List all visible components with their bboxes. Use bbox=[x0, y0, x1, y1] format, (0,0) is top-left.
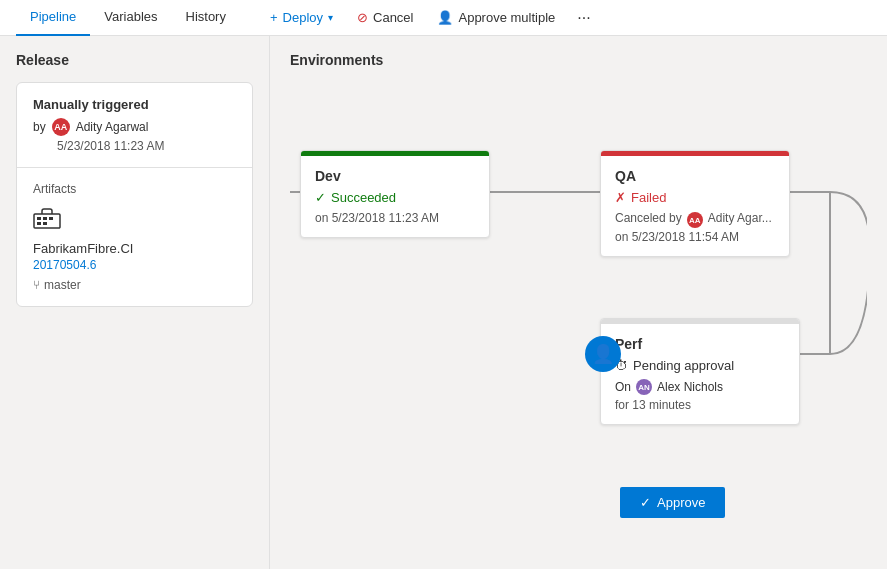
perf-wait-time: for 13 minutes bbox=[615, 398, 785, 412]
release-panel: Release Manually triggered by AA Adity A… bbox=[0, 36, 270, 569]
trigger-by: by AA Adity Agarwal bbox=[33, 118, 236, 136]
perf-name: Perf bbox=[615, 336, 785, 352]
person-icon: 👤 bbox=[592, 343, 614, 365]
failed-x-icon: ✗ bbox=[615, 190, 626, 205]
approval-user-avatar: AN bbox=[636, 379, 652, 395]
by-text: by bbox=[33, 120, 46, 134]
trigger-user-avatar: AA bbox=[52, 118, 70, 136]
qa-canceled-date: on 5/23/2018 11:54 AM bbox=[615, 230, 775, 244]
cancel-icon: ⊘ bbox=[357, 10, 368, 25]
environments-panel: Environments bbox=[270, 36, 887, 569]
artifacts-label: Artifacts bbox=[33, 182, 236, 196]
approve-multiple-icon: 👤 bbox=[437, 10, 453, 25]
dev-name: Dev bbox=[315, 168, 475, 184]
env-card-perf: Perf ⏱ Pending approval On AN Alex Nicho… bbox=[600, 318, 800, 425]
approve-multiple-button[interactable]: 👤 Approve multiple bbox=[427, 6, 565, 29]
dev-status: ✓ Succeeded bbox=[315, 190, 475, 205]
on-prefix: On bbox=[615, 380, 631, 394]
environments-title: Environments bbox=[290, 52, 867, 68]
artifact-name: FabrikamFibre.CI bbox=[33, 241, 236, 256]
pipeline-canvas: Dev ✓ Succeeded on 5/23/2018 11:23 AM QA… bbox=[290, 88, 867, 548]
cancel-button[interactable]: ⊘ Cancel bbox=[347, 6, 423, 29]
svg-rect-5 bbox=[43, 222, 47, 225]
release-panel-title: Release bbox=[16, 52, 253, 68]
svg-rect-1 bbox=[37, 217, 41, 220]
dev-date: on 5/23/2018 11:23 AM bbox=[315, 211, 475, 225]
artifact-version[interactable]: 20170504.6 bbox=[33, 258, 236, 272]
qa-status: ✗ Failed bbox=[615, 190, 775, 205]
canceled-user-name: Adity Agar... bbox=[708, 211, 772, 225]
artifact-item: FabrikamFibre.CI 20170504.6 ⑂ master bbox=[33, 206, 236, 292]
approval-person-icon: 👤 bbox=[585, 336, 621, 372]
branch-icon: ⑂ bbox=[33, 278, 40, 292]
qa-name: QA bbox=[615, 168, 775, 184]
perf-status-label: Pending approval bbox=[633, 358, 734, 373]
approve-button[interactable]: ✓ Approve bbox=[620, 487, 725, 518]
tab-history[interactable]: History bbox=[172, 0, 240, 36]
deploy-button[interactable]: + Deploy ▾ bbox=[260, 6, 343, 29]
perf-card-body: Perf ⏱ Pending approval On AN Alex Nicho… bbox=[601, 324, 799, 424]
artifacts-section: Artifacts FabrikamFibre.CI bbox=[17, 168, 252, 306]
approve-check-icon: ✓ bbox=[640, 495, 651, 510]
nav-actions: + Deploy ▾ ⊘ Cancel 👤 Approve multiple ·… bbox=[260, 5, 599, 31]
approval-user-name: Alex Nichols bbox=[657, 380, 723, 394]
artifact-branch: ⑂ master bbox=[33, 278, 236, 292]
svg-rect-2 bbox=[43, 217, 47, 220]
perf-status: ⏱ Pending approval bbox=[615, 358, 785, 373]
artifact-icon bbox=[33, 206, 236, 235]
trigger-date: 5/23/2018 11:23 AM bbox=[57, 139, 236, 153]
success-check-icon: ✓ bbox=[315, 190, 326, 205]
chevron-down-icon: ▾ bbox=[328, 12, 333, 23]
tab-variables[interactable]: Variables bbox=[90, 0, 171, 36]
dev-card-body: Dev ✓ Succeeded on 5/23/2018 11:23 AM bbox=[301, 156, 489, 237]
qa-card-body: QA ✗ Failed Canceled by AA Adity Agar...… bbox=[601, 156, 789, 256]
release-card: Manually triggered by AA Adity Agarwal 5… bbox=[16, 82, 253, 307]
trigger-label: Manually triggered bbox=[33, 97, 236, 112]
tab-pipeline[interactable]: Pipeline bbox=[16, 0, 90, 36]
more-options-button[interactable]: ··· bbox=[569, 5, 598, 31]
env-card-dev: Dev ✓ Succeeded on 5/23/2018 11:23 AM bbox=[300, 150, 490, 238]
plus-icon: + bbox=[270, 10, 278, 25]
main-content: Release Manually triggered by AA Adity A… bbox=[0, 36, 887, 569]
dev-status-label: Succeeded bbox=[331, 190, 396, 205]
trigger-section: Manually triggered by AA Adity Agarwal 5… bbox=[17, 83, 252, 168]
svg-rect-4 bbox=[37, 222, 41, 225]
qa-status-label: Failed bbox=[631, 190, 666, 205]
top-nav: Pipeline Variables History + Deploy ▾ ⊘ … bbox=[0, 0, 887, 36]
canceled-user-avatar: AA bbox=[687, 212, 703, 228]
canceled-text: Canceled by bbox=[615, 211, 682, 225]
trigger-user-name: Adity Agarwal bbox=[76, 120, 149, 134]
svg-rect-0 bbox=[34, 214, 60, 228]
env-card-qa: QA ✗ Failed Canceled by AA Adity Agar...… bbox=[600, 150, 790, 257]
qa-canceled: Canceled by AA Adity Agar... bbox=[615, 211, 775, 228]
perf-approval-user: On AN Alex Nichols bbox=[615, 379, 785, 395]
approve-btn-label: Approve bbox=[657, 495, 705, 510]
svg-rect-3 bbox=[49, 217, 53, 220]
